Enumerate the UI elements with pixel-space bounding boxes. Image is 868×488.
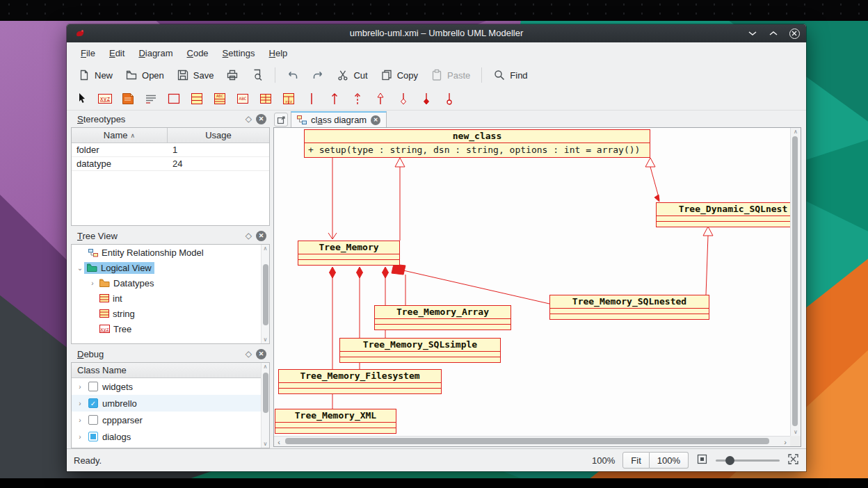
- enum-tool[interactable]: xyz: [280, 90, 297, 107]
- fit-button[interactable]: Fit: [622, 452, 649, 469]
- scroll-up-icon[interactable]: ∧: [791, 129, 801, 135]
- dock-float-icon[interactable]: ◇: [246, 231, 252, 240]
- detach-tab-button[interactable]: [274, 113, 288, 127]
- titlebar[interactable]: umbrello-uml.xmi – Umbrello UML Modeller: [67, 24, 806, 42]
- debug-item-widgets[interactable]: › widgets: [72, 378, 269, 395]
- tree-item-int[interactable]: int: [72, 291, 269, 306]
- save-button[interactable]: Save: [171, 66, 220, 84]
- close-button[interactable]: [788, 27, 801, 40]
- object-tool[interactable]: xyz: [97, 90, 113, 107]
- slider-knob[interactable]: [725, 456, 734, 465]
- expander-collapsed-icon[interactable]: ›: [76, 400, 84, 407]
- anchor-tool[interactable]: [441, 90, 458, 107]
- checkbox-partial[interactable]: [88, 432, 98, 441]
- minimize-button[interactable]: [746, 27, 759, 40]
- canvas-horizontal-scrollbar[interactable]: ‹ ›: [274, 436, 790, 446]
- tab-close-icon[interactable]: ✕: [371, 115, 380, 125]
- uml-class-tree-memory-sqlsimple[interactable]: Tree_Memory_SQLsimple: [339, 338, 501, 363]
- checkbox-unchecked[interactable]: [88, 382, 98, 391]
- tree-item-logical-view[interactable]: ⌄ Logical View: [72, 260, 269, 275]
- scroll-down-icon[interactable]: ∨: [262, 336, 269, 343]
- scrollbar-thumb[interactable]: [285, 438, 769, 444]
- scrollbar-thumb[interactable]: [792, 136, 798, 426]
- cut-button[interactable]: Cut: [331, 66, 373, 84]
- uml-class-tree-memory-filesystem[interactable]: Tree_Memory_Filesystem: [278, 369, 442, 394]
- dock-float-icon[interactable]: ◇: [246, 350, 252, 358]
- tree-view-dock-header[interactable]: Tree View ◇ ✕: [71, 227, 270, 244]
- class-name-column-header[interactable]: Class Name: [72, 363, 269, 378]
- entity-tool[interactable]: [257, 90, 274, 107]
- column-header-usage[interactable]: Usage: [168, 128, 269, 143]
- debug-dock-header[interactable]: Debug ◇ ✕: [71, 345, 270, 362]
- scroll-down-icon[interactable]: ∨: [791, 429, 801, 435]
- tree-item-string[interactable]: string: [72, 306, 269, 321]
- table-row[interactable]: folder 1: [72, 143, 269, 157]
- checkbox-checked[interactable]: [88, 398, 98, 408]
- debug-item-umbrello[interactable]: › umbrello: [72, 395, 269, 412]
- print-preview-button[interactable]: [246, 66, 269, 84]
- dependency-tool[interactable]: [349, 90, 366, 107]
- scroll-up-icon[interactable]: ∧: [262, 245, 269, 252]
- association-tool[interactable]: [303, 90, 320, 107]
- table-row[interactable]: datatype 24: [72, 157, 269, 171]
- dock-close-icon[interactable]: ✕: [256, 349, 266, 359]
- zoom-100-button[interactable]: 100%: [650, 452, 689, 469]
- tab-class-diagram[interactable]: class diagram ✕: [291, 111, 387, 127]
- dock-close-icon[interactable]: ✕: [256, 231, 266, 241]
- tree-view-scrollbar[interactable]: ∧ ∨: [261, 245, 269, 343]
- generalization-tool[interactable]: [372, 90, 389, 107]
- new-button[interactable]: New: [72, 66, 118, 84]
- expander-collapsed-icon[interactable]: ›: [88, 279, 97, 287]
- scroll-up-icon[interactable]: ∧: [262, 364, 269, 370]
- tree-item-tree[interactable]: xyz Tree: [72, 321, 269, 336]
- directed-association-tool[interactable]: [326, 90, 343, 107]
- debug-item-cppparser[interactable]: › cppparser: [72, 412, 269, 428]
- debug-scrollbar[interactable]: ∧ ∨: [261, 363, 269, 448]
- open-button[interactable]: Open: [120, 66, 170, 84]
- fullscreen-diagram-button[interactable]: [787, 453, 799, 467]
- class-tool[interactable]: [188, 90, 205, 107]
- datatype-tool[interactable]: ABC: [234, 90, 251, 107]
- diagram-canvas[interactable]: new_class + setup(type : string, dsn : s…: [274, 128, 790, 436]
- aggregation-tool[interactable]: [395, 90, 412, 107]
- dock-close-icon[interactable]: ✕: [256, 114, 266, 124]
- menu-help[interactable]: Help: [262, 44, 295, 62]
- stereotypes-dock-header[interactable]: Stereotypes ◇ ✕: [71, 111, 270, 127]
- scroll-left-icon[interactable]: ‹: [274, 437, 284, 447]
- expander-collapsed-icon[interactable]: ›: [76, 433, 84, 441]
- uml-class-new-class[interactable]: new_class + setup(type : string, dsn : s…: [304, 129, 650, 158]
- undo-button[interactable]: [281, 66, 305, 84]
- redo-button[interactable]: [306, 66, 330, 84]
- maximize-button[interactable]: [767, 27, 780, 40]
- expander-expanded-icon[interactable]: ⌄: [76, 264, 84, 272]
- menu-settings[interactable]: Settings: [216, 44, 262, 62]
- debug-item-dialogs[interactable]: › dialogs: [72, 428, 269, 445]
- zoom-slider[interactable]: [716, 455, 780, 466]
- menu-code[interactable]: Code: [180, 44, 216, 62]
- copy-button[interactable]: Copy: [375, 66, 424, 84]
- zoom-fit-page-button[interactable]: [696, 453, 708, 467]
- menu-diagram[interactable]: Diagram: [131, 44, 179, 62]
- menu-file[interactable]: File: [74, 44, 102, 62]
- selection-tool[interactable]: [74, 90, 90, 107]
- find-button[interactable]: Find: [488, 66, 533, 84]
- menu-edit[interactable]: Edit: [102, 44, 131, 62]
- tree-item-entity-relationship-model[interactable]: Entity Relationship Model: [72, 245, 269, 260]
- scrollbar-thumb[interactable]: [263, 264, 268, 325]
- uml-class-tree-memory-sqlnested[interactable]: Tree_Memory_SQLnested: [549, 295, 709, 320]
- uml-class-tree-dynamic-sqlnest[interactable]: Tree_Dynamic_SQLnest: [656, 202, 790, 227]
- text-tool[interactable]: [143, 90, 159, 107]
- canvas-vertical-scrollbar[interactable]: ∧ ∨: [790, 128, 801, 436]
- interface-tool[interactable]: ABC: [211, 90, 228, 107]
- expander-collapsed-icon[interactable]: ›: [76, 383, 84, 391]
- note-tool[interactable]: [120, 90, 136, 107]
- uml-class-tree-memory-xml[interactable]: Tree_Memory_XML: [275, 409, 396, 434]
- expander-collapsed-icon[interactable]: ›: [76, 416, 84, 424]
- print-button[interactable]: [220, 66, 244, 84]
- dock-float-icon[interactable]: ◇: [246, 115, 252, 123]
- box-tool[interactable]: [166, 90, 182, 107]
- uml-class-tree-memory-array[interactable]: Tree_Memory_Array: [374, 305, 511, 330]
- scroll-right-icon[interactable]: ›: [780, 437, 790, 447]
- tree-item-datatypes[interactable]: › Datatypes: [72, 275, 269, 291]
- scrollbar-thumb[interactable]: [263, 373, 268, 413]
